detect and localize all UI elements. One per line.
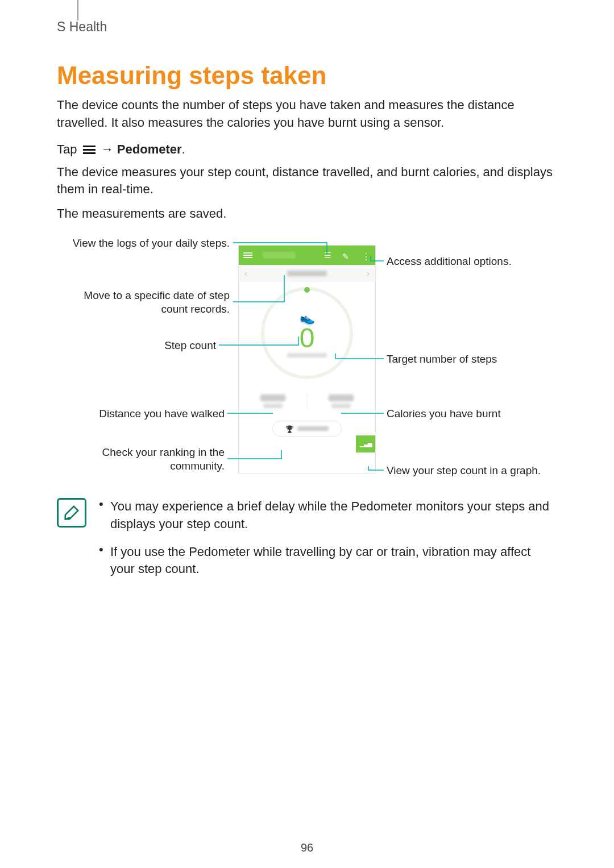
log-list-icon[interactable] (323, 251, 332, 259)
step-count-value: 0 (300, 325, 315, 352)
app-topbar (239, 246, 375, 265)
callout-graph: View your step count in a graph. (387, 464, 541, 477)
gauge-knob (304, 287, 310, 293)
gauge-ring: 👟 0 (261, 287, 353, 379)
callout-ranking: Check your ranking in the community. (57, 446, 225, 473)
manual-page: S Health Measuring steps taken The devic… (0, 0, 614, 868)
tap-prefix: Tap (57, 142, 77, 156)
hamburger-icon (83, 144, 96, 156)
stats-row (239, 384, 375, 418)
trophy-icon (285, 423, 294, 434)
tap-instruction: Tap → Pedometer. (57, 142, 557, 157)
callout-date-line2: count records. (161, 303, 230, 315)
callout-ranking-line1: Check your ranking in the (102, 446, 225, 458)
date-label-blur (287, 271, 327, 276)
callout-distance: Distance you have walked (57, 407, 225, 421)
date-next-icon[interactable]: › (367, 269, 370, 278)
bottom-row (239, 418, 375, 452)
callout-step-count: Step count (57, 339, 216, 352)
callout-options: Access additional options. (387, 255, 512, 268)
distance-value-blur (260, 394, 285, 401)
distance-stat (239, 394, 307, 408)
more-options-icon[interactable] (362, 251, 371, 259)
distance-label-blur (263, 404, 283, 408)
target-label-blur (287, 353, 327, 358)
date-prev-icon[interactable]: ‹ (244, 269, 247, 278)
calories-label-blur (331, 404, 351, 408)
section-header: S Health (57, 19, 107, 35)
note-icon (57, 498, 86, 528)
callout-date: Move to a specific date of step count re… (57, 289, 230, 316)
note-block: You may experience a brief delay while t… (57, 498, 557, 588)
paragraph-2: The device measures your step count, dis… (57, 164, 557, 199)
header-divider (77, 0, 78, 20)
app-title-blur (263, 252, 296, 259)
edit-icon[interactable] (342, 251, 351, 259)
step-gauge: 👟 0 (239, 282, 375, 384)
scoreboard-label-blur (297, 426, 329, 431)
note-list: You may experience a brief delay while t… (97, 498, 557, 588)
annotated-diagram: View the logs of your daily steps. Move … (57, 234, 557, 484)
pedometer-label: Pedometer (117, 142, 182, 156)
callout-ranking-line2: community. (170, 460, 225, 472)
date-navigator: ‹ › (239, 265, 375, 282)
tap-suffix: . (182, 142, 185, 156)
phone-screenshot: ‹ › 👟 0 (239, 246, 375, 473)
page-number: 96 (0, 841, 614, 854)
note-item-2: If you use the Pedometer while travellin… (97, 543, 557, 579)
callout-date-line1: Move to a specific date of step (84, 289, 230, 301)
page-title: Measuring steps taken (57, 17, 557, 90)
callout-calories: Calories you have burnt (387, 407, 501, 421)
callout-logs: View the logs of your daily steps. (49, 236, 230, 250)
calories-value-blur (329, 394, 354, 401)
paragraph-3: The measurements are saved. (57, 205, 557, 223)
arrow-glyph: → (101, 142, 114, 156)
scoreboard-button[interactable] (272, 421, 342, 437)
note-item-1: You may experience a brief delay while t… (97, 498, 557, 533)
callout-target: Target number of steps (387, 352, 497, 366)
graph-button[interactable] (356, 435, 375, 452)
intro-paragraph: The device counts the number of steps yo… (57, 97, 557, 132)
calories-stat (308, 394, 376, 408)
menu-icon[interactable] (243, 251, 252, 259)
